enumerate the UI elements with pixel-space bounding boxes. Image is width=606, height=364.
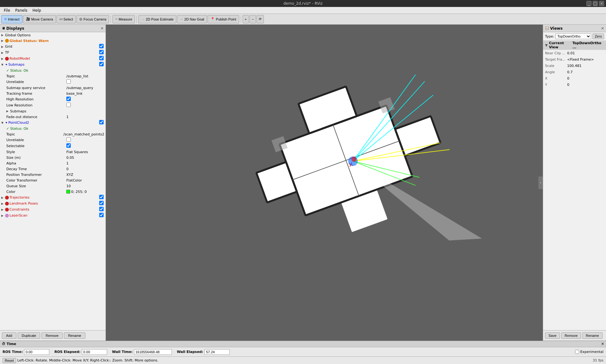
pc2-coltransform-label: Color Transformer — [6, 178, 66, 182]
submaps-query-item: Submap query service /submap_query — [0, 85, 106, 91]
minimize-btn[interactable]: _ — [586, 1, 591, 6]
view-target-frame-label: Target Fra... — [545, 57, 567, 62]
trajectories-checkbox[interactable] — [99, 195, 104, 199]
submaps-hires-label: High Resolution — [6, 97, 66, 101]
wall-time-input[interactable] — [134, 349, 172, 355]
submaps-sub-label: Submaps — [10, 109, 104, 113]
trajectories-item[interactable]: ▶ Trajectories — [0, 194, 106, 200]
current-view-type: TopDownOrtho ... — [573, 41, 604, 49]
pc2-selectable-checkbox[interactable] — [66, 143, 71, 148]
views-close-btn[interactable]: ✕ — [601, 26, 604, 31]
robotmodel-checkbox[interactable] — [99, 56, 104, 60]
submaps-query-value: /submap_query — [66, 86, 104, 90]
nav-goal-button[interactable]: → 2D Nav Goal — [177, 15, 207, 23]
pointcloud2-arrow[interactable]: ▼ — [1, 121, 5, 124]
zoom-out-button[interactable]: − — [250, 15, 256, 23]
close-btn[interactable]: × — [599, 1, 604, 6]
submaps-checkbox[interactable] — [99, 62, 104, 66]
pose-estimate-button[interactable]: → 2D Pose Estimate — [138, 15, 176, 23]
submaps-sub-arrow[interactable]: ▶ — [6, 110, 10, 113]
laserscan-error-icon — [5, 214, 9, 218]
wall-elapsed-input[interactable] — [204, 349, 230, 355]
landmark-poses-arrow[interactable]: ▶ — [1, 202, 5, 205]
status-hint: Left-Click: Rotate. Middle-Click: Move X… — [17, 358, 158, 362]
laserscan-arrow[interactable]: ▶ — [1, 214, 5, 217]
add-button[interactable]: Add — [2, 332, 16, 339]
move-camera-button[interactable]: 🎥 Move Camera — [23, 15, 56, 23]
submaps-unreliable-checkbox[interactable] — [66, 79, 71, 84]
pc2-unreliable-checkbox[interactable] — [66, 137, 71, 142]
menu-file[interactable]: File — [1, 8, 13, 13]
grid-arrow[interactable]: ▶ — [1, 45, 5, 48]
submaps-hires-checkbox[interactable] — [66, 97, 71, 101]
global-options-item[interactable]: ▶ Global Options — [0, 32, 106, 38]
robotmodel-item[interactable]: ▶ RobotModel — [0, 56, 106, 62]
remove-button[interactable]: Remove — [41, 332, 63, 339]
publish-point-button[interactable]: 📍 Publish Point — [208, 15, 239, 23]
ros-time-input[interactable] — [24, 349, 49, 355]
map-canvas[interactable]: ✕ — [106, 25, 543, 341]
views-rename-btn[interactable]: Rename — [582, 332, 603, 339]
select-button[interactable]: ▭ Select — [57, 15, 76, 23]
ros-elapsed-input[interactable] — [82, 349, 107, 355]
zoom-in-button[interactable]: + — [243, 15, 249, 23]
pc2-color-row: 0; 255; 0 — [66, 190, 104, 194]
submaps-item[interactable]: ▼ ✦ Submaps — [0, 62, 106, 68]
move-camera-icon: 🎥 — [26, 17, 30, 21]
pc2-unreliable-item: Unreliable — [0, 137, 106, 143]
global-status-arrow[interactable]: ▶ — [1, 39, 5, 42]
current-view-arrow[interactable]: ▼ — [545, 43, 548, 47]
menu-panels[interactable]: Panels — [13, 8, 30, 13]
duplicate-button[interactable]: Duplicate — [18, 332, 40, 339]
pointcloud2-checkbox[interactable] — [99, 120, 104, 124]
constraints-item[interactable]: ▶ Constraints — [0, 206, 106, 212]
robotmodel-arrow[interactable]: ▶ — [1, 57, 5, 60]
submaps-lowres-label: Low Resolution — [6, 103, 66, 107]
menu-help[interactable]: Help — [30, 8, 44, 13]
views-save-btn[interactable]: Save — [545, 332, 560, 339]
focus-camera-icon: ◎ — [79, 17, 82, 21]
reset-button[interactable]: Reset — [3, 358, 16, 363]
pose-estimate-icon: → — [141, 17, 145, 21]
views-zero-btn[interactable]: Zero — [592, 33, 604, 39]
constraints-checkbox[interactable] — [99, 207, 104, 211]
trajectories-arrow[interactable]: ▶ — [1, 196, 5, 199]
laserscan-item[interactable]: ▶ LaserScan — [0, 212, 106, 218]
time-header-close[interactable]: ✕ — [601, 342, 604, 346]
pc2-queuesize-value: 10 — [66, 184, 104, 188]
tf-checkbox[interactable] — [99, 50, 104, 54]
displays-close-btn[interactable]: ✕ — [100, 26, 104, 31]
views-type-select[interactable]: TopDownOrtho — [555, 33, 591, 39]
reset-view-button[interactable]: ⟳ — [257, 15, 264, 23]
collapse-right-button[interactable]: › — [538, 176, 543, 189]
time-panel: ⏱ Time ✕ ROS Time: ROS Elapsed: Wall Tim… — [0, 341, 606, 356]
focus-camera-button[interactable]: ◎ Focus Camera — [76, 15, 109, 23]
views-remove-btn[interactable]: Remove — [561, 332, 581, 339]
view-y-item: Y 0 — [543, 81, 606, 88]
tf-item[interactable]: ▶ TF — [0, 50, 106, 56]
landmark-poses-checkbox[interactable] — [99, 201, 104, 205]
grid-item[interactable]: ▶ Grid — [0, 44, 106, 50]
global-status-item[interactable]: ▶ Global Status: Warn — [0, 38, 106, 44]
landmark-poses-item[interactable]: ▶ Landmark Poses — [0, 200, 106, 206]
maximize-btn[interactable]: □ — [593, 1, 598, 6]
robotmodel-error-icon — [5, 57, 9, 61]
tf-arrow[interactable]: ▶ — [1, 51, 5, 54]
submaps-sub-item[interactable]: ▶ Submaps — [0, 108, 106, 114]
global-options-arrow[interactable]: ▶ — [1, 33, 5, 37]
constraints-arrow[interactable]: ▶ — [1, 208, 5, 211]
measure-button[interactable]: ━ Measure — [112, 15, 135, 23]
pointcloud2-item[interactable]: ▼ ✦ PointCloud2 — [0, 120, 106, 126]
rename-button[interactable]: Rename — [64, 332, 85, 339]
laserscan-checkbox[interactable] — [99, 213, 104, 217]
global-options-label: Global Options — [5, 33, 104, 37]
grid-checkbox[interactable] — [99, 44, 104, 48]
interact-button[interactable]: ⊕ Interact — [1, 15, 22, 23]
experimental-checkbox[interactable] — [575, 350, 579, 354]
pc2-color-swatch[interactable] — [66, 190, 70, 194]
center-3d-view[interactable]: ✕ › — [106, 25, 543, 341]
submaps-lowres-checkbox[interactable] — [66, 103, 71, 107]
submaps-topic-item: Topic /submap_list — [0, 73, 106, 79]
submaps-arrow[interactable]: ▼ — [1, 63, 5, 66]
pc2-style-value: Flat Squares — [66, 150, 104, 154]
